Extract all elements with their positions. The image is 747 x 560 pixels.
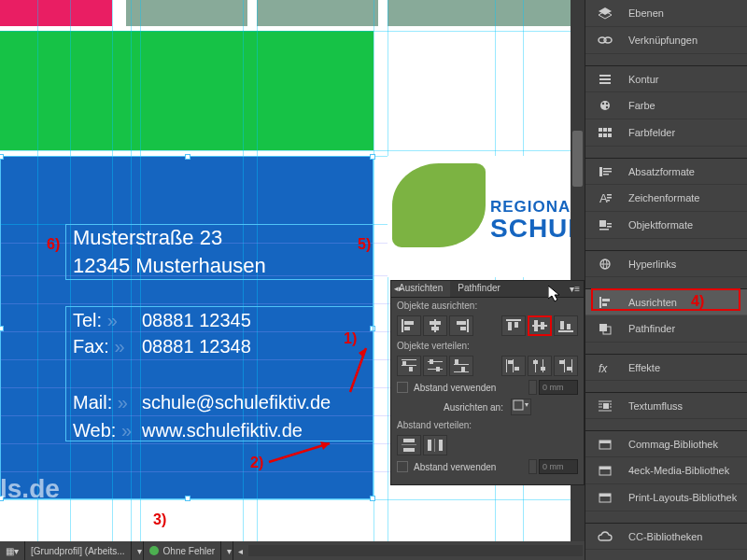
wrap-icon [597, 399, 613, 413]
panel-item-textumfluss[interactable]: Textumfluss [585, 392, 747, 419]
panel-item--eck-media-bibliothek[interactable]: 4eck-Media-Bibliothek [585, 457, 747, 484]
use-spacing-checkbox-2[interactable] [397, 461, 408, 472]
dropdown-icon[interactable]: ▾ [221, 541, 233, 560]
spacing-input[interactable] [539, 380, 578, 395]
svg-rect-95 [571, 359, 572, 372]
svg-rect-52 [599, 467, 611, 469]
svg-rect-78 [430, 359, 433, 364]
distribute-bottom-button[interactable] [449, 356, 473, 376]
panel-item-cc-bibliotheken[interactable]: CC-Bibliotheken [585, 523, 747, 550]
horizontal-scrollbar[interactable] [248, 545, 583, 556]
panel-item-label: 4eck-Media-Bibliothek [628, 465, 729, 476]
expand-icon[interactable]: ◂▸ [394, 284, 403, 293]
panel-item-hyperlinks[interactable]: Hyperlinks [585, 250, 747, 277]
panel-item-label: CC-Bibliotheken [628, 531, 702, 542]
distribute-vcenter-button[interactable] [423, 356, 447, 376]
svg-rect-75 [402, 365, 416, 366]
align-vcenter-button[interactable] [528, 315, 552, 336]
panel-item-label: Absatzformate [628, 166, 695, 177]
svg-rect-27 [607, 197, 612, 199]
red-arrow-icon [264, 439, 339, 467]
svg-rect-71 [560, 321, 564, 329]
panel-item-ebenen[interactable]: Ebenen [585, 0, 747, 27]
svg-line-2 [269, 443, 330, 462]
panel-item-print-layouts-bibliothek[interactable]: Print-Layouts-Bibliothek [585, 484, 747, 511]
align-left-button[interactable] [397, 315, 421, 336]
para-icon [597, 165, 613, 178]
panel-item-label: Objektformate [628, 219, 693, 231]
distribute-hcenter-button[interactable] [528, 356, 552, 376]
use-spacing-checkbox[interactable] [397, 382, 408, 393]
spacing-input-2[interactable] [539, 459, 578, 474]
tab-pathfinder[interactable]: Pathfinder [450, 281, 508, 297]
svg-rect-97 [514, 400, 523, 410]
distribute-hspace-button[interactable] [423, 435, 447, 455]
panel-item-verkn-pfungen[interactable]: Verknüpfungen [585, 27, 747, 54]
stepper[interactable] [529, 380, 537, 395]
align-to-label: Ausrichten an: [444, 402, 503, 413]
panel-item-label: Textumfluss [628, 400, 683, 412]
align-panel[interactable]: ◂▸ Ausrichten Pathfinder ▾≡ Objekte ausr… [390, 280, 585, 485]
panel-item-effekte[interactable]: fxEffekte [585, 354, 747, 381]
svg-rect-8 [599, 75, 611, 77]
align-top-button[interactable] [501, 315, 526, 336]
red-arrow-icon [345, 341, 374, 397]
hyper-icon [597, 258, 613, 271]
svg-rect-68 [534, 320, 538, 331]
svg-rect-92 [541, 367, 545, 371]
marker-2: 2) [250, 455, 263, 471]
marker-4: 4) [691, 293, 704, 310]
distribute-right-button[interactable] [554, 356, 578, 376]
panel-item-farbe[interactable]: Farbe [585, 92, 747, 119]
panel-item-objektformate[interactable]: Objektformate [585, 212, 747, 239]
svg-rect-83 [454, 371, 469, 372]
panel-item-commag-bibliothek[interactable]: Commag-Bibliothek [585, 430, 747, 457]
dropdown-icon[interactable]: ▾ [132, 541, 144, 560]
align-hcenter-button[interactable] [423, 315, 447, 336]
distribute-vspace-button[interactable] [397, 435, 421, 455]
align-bottom-button[interactable] [554, 315, 578, 336]
panel-item-farbfelder[interactable]: Farbfelder [585, 119, 747, 147]
panel-item-kontur[interactable]: Kontur [585, 65, 747, 92]
profile-label[interactable]: [Grundprofil] (Arbeits... [25, 541, 132, 560]
align-right-button[interactable] [449, 315, 473, 336]
svg-rect-28 [607, 200, 610, 202]
highlight-marker [591, 288, 740, 311]
svg-rect-84 [461, 367, 465, 371]
svg-rect-31 [607, 226, 612, 228]
page-nav-icon[interactable]: ▦▾ [0, 541, 25, 560]
fx-icon: fx [597, 361, 613, 374]
preflight-status[interactable]: Ohne Fehler [144, 541, 222, 560]
svg-point-11 [600, 101, 610, 110]
selection-text-frame[interactable] [65, 224, 374, 280]
svg-rect-17 [608, 128, 612, 132]
panel-item-zeichenformate[interactable]: AZeichenformate [585, 185, 747, 212]
section-label: Abstand verteilen: [391, 417, 584, 433]
color-icon [597, 99, 613, 112]
panel-item-label: Zeichenformate [628, 192, 699, 203]
svg-rect-81 [454, 364, 469, 365]
panel-item-label: Farbfelder [628, 127, 675, 138]
svg-rect-72 [567, 324, 571, 329]
marker-5: 5) [358, 236, 371, 253]
svg-point-7 [604, 37, 612, 43]
svg-rect-93 [564, 359, 565, 372]
svg-rect-63 [460, 327, 466, 330]
stroke-icon [597, 73, 613, 86]
svg-rect-23 [603, 171, 612, 173]
align-to-dropdown[interactable] [511, 399, 531, 415]
panel-item-pathfinder[interactable]: Pathfinder [585, 315, 747, 343]
distribute-left-button[interactable] [501, 356, 526, 376]
panel-item-absatzformate[interactable]: Absatzformate [585, 158, 747, 185]
svg-rect-55 [402, 319, 403, 332]
selection-text-frame[interactable] [65, 306, 374, 441]
panel-menu-icon[interactable]: ▾≡ [570, 284, 580, 294]
svg-rect-85 [506, 359, 507, 372]
scroll-thumb[interactable] [572, 131, 583, 187]
stepper[interactable] [529, 459, 537, 474]
svg-rect-103 [439, 440, 443, 451]
distribute-top-button[interactable] [397, 356, 421, 376]
scroll-left-icon[interactable]: ◂ [233, 546, 247, 556]
svg-rect-21 [599, 167, 602, 176]
char-icon: A [597, 191, 613, 204]
